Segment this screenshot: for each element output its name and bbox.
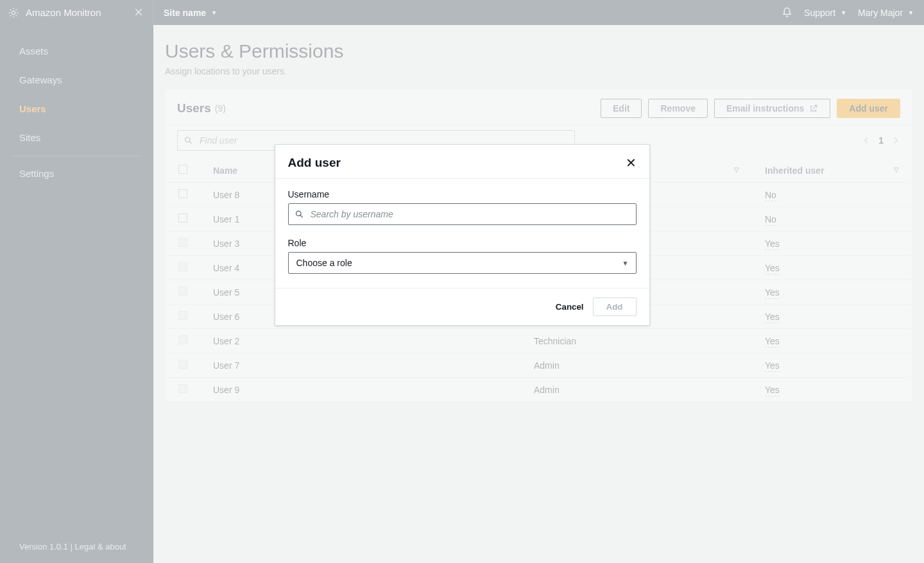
- add-user-modal: Add user ✕ Username Role Choose a role ▼…: [275, 144, 650, 326]
- username-input[interactable]: [288, 203, 637, 225]
- role-select-wrap: Choose a role ▼: [288, 252, 637, 274]
- modal-overlay: Add user ✕ Username Role Choose a role ▼…: [0, 0, 924, 563]
- cancel-button[interactable]: Cancel: [556, 298, 584, 316]
- role-select[interactable]: Choose a role: [288, 252, 637, 274]
- svg-point-2: [296, 211, 301, 216]
- username-field-wrap: [288, 203, 637, 225]
- modal-title: Add user: [288, 156, 341, 170]
- add-button[interactable]: Add: [593, 298, 637, 316]
- modal-body: Username Role Choose a role ▼: [275, 179, 649, 288]
- modal-footer: Cancel Add: [275, 288, 649, 325]
- modal-close-button[interactable]: ✕: [626, 155, 637, 171]
- search-icon: [295, 210, 304, 219]
- username-label: Username: [288, 189, 637, 199]
- role-label: Role: [288, 238, 637, 248]
- modal-header: Add user ✕: [275, 145, 649, 179]
- close-icon: ✕: [626, 156, 637, 170]
